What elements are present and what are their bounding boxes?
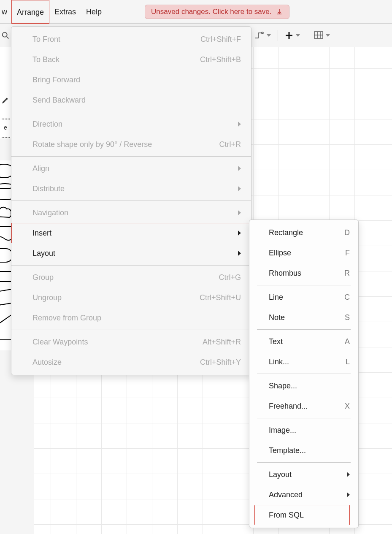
insert-submenu: RectangleD EllipseF RhombusR LineC NoteS… xyxy=(249,220,359,528)
submenu-item-shortcut: X xyxy=(345,402,350,411)
left-ruler-strip: ······ e ······ xyxy=(0,47,11,138)
menu-separator xyxy=(11,201,251,201)
submenu-item-label: Line xyxy=(269,293,283,302)
submenu-item-from-sql[interactable]: From SQL xyxy=(254,505,350,525)
menu-item-navigation[interactable]: Navigation xyxy=(11,203,251,223)
menu-item-insert[interactable]: Insert xyxy=(11,223,251,243)
submenu-item-advanced[interactable]: Advanced xyxy=(249,485,358,505)
submenu-item-freehand[interactable]: Freehand...X xyxy=(249,396,358,416)
menu-item-label: Distribute xyxy=(32,184,65,193)
submenu-item-line[interactable]: LineC xyxy=(249,287,358,307)
table-button[interactable] xyxy=(311,24,333,47)
submenu-item-label: Note xyxy=(269,313,285,322)
submenu-item-shortcut: A xyxy=(345,337,350,346)
pencil-icon[interactable] xyxy=(2,96,9,104)
menu-item-label: Rotate shape only by 90° / Reverse xyxy=(32,140,152,149)
submenu-item-label: From SQL xyxy=(269,511,304,520)
submenu-item-link[interactable]: Link...L xyxy=(249,352,358,372)
submenu-item-image[interactable]: Image... xyxy=(249,420,358,440)
submenu-item-shortcut: D xyxy=(344,228,350,237)
dotted-separator: ······ xyxy=(1,135,10,138)
menu-item-group[interactable]: GroupCtrl+G xyxy=(11,267,251,287)
menu-item-label: Align xyxy=(32,164,49,173)
menu-item-label: Bring Forward xyxy=(32,76,80,84)
chevron-down-icon xyxy=(326,34,330,37)
menu-item-label: To Back xyxy=(32,55,59,64)
svg-point-2 xyxy=(262,32,263,34)
toolbar-separator xyxy=(278,30,278,41)
submenu-item-label: Text xyxy=(269,337,283,346)
submenu-item-label: Template... xyxy=(269,446,306,455)
menu-item-align[interactable]: Align xyxy=(11,158,251,179)
submenu-item-label: Ellipse xyxy=(269,249,291,258)
menu-separator xyxy=(11,156,251,157)
submenu-item-shortcut: L xyxy=(346,358,350,366)
waypoint-style-button[interactable] xyxy=(251,24,273,47)
submenu-item-label: Rhombus xyxy=(269,269,301,278)
menu-item-shortcut: Ctrl+Shift+Y xyxy=(200,358,241,367)
menu-item-to-front[interactable]: To FrontCtrl+Shift+F xyxy=(11,29,251,49)
menu-item-label: Remove from Group xyxy=(32,314,101,323)
chevron-right-icon xyxy=(238,122,241,127)
submenu-item-label: Link... xyxy=(269,358,289,366)
submenu-item-label: Advanced xyxy=(269,491,303,499)
menu-item-label: Send Backward xyxy=(32,96,86,105)
menu-item-shortcut: Ctrl+Shift+U xyxy=(200,293,241,302)
menu-item-distribute[interactable]: Distribute xyxy=(11,179,251,199)
menu-item-label: Clear Waypoints xyxy=(32,338,88,347)
menu-item-shortcut: Ctrl+Shift+F xyxy=(200,35,241,44)
submenu-item-rhombus[interactable]: RhombusR xyxy=(249,263,358,283)
svg-line-1 xyxy=(7,37,9,39)
submenu-item-rectangle[interactable]: RectangleD xyxy=(249,222,358,243)
menu-item-label: Group xyxy=(32,273,54,282)
menu-item-label: Autosize xyxy=(32,358,62,367)
submenu-separator xyxy=(257,418,351,418)
submenu-item-label: Layout xyxy=(269,470,292,479)
submenu-item-shortcut: S xyxy=(345,313,350,322)
menu-item-layout[interactable]: Layout xyxy=(11,243,251,263)
chevron-right-icon xyxy=(347,492,350,497)
menu-item-send-backward[interactable]: Send Backward xyxy=(11,90,251,110)
menu-item-label: Navigation xyxy=(32,209,68,217)
menu-arrange[interactable]: Arrange xyxy=(11,0,49,24)
add-button[interactable] xyxy=(282,24,303,47)
menu-item-shortcut: Alt+Shift+R xyxy=(203,338,241,347)
submenu-item-label: Shape... xyxy=(269,382,297,390)
chevron-down-icon xyxy=(296,34,300,37)
chevron-right-icon xyxy=(238,210,241,215)
submenu-item-template[interactable]: Template... xyxy=(249,440,358,461)
section-label-partial: e xyxy=(4,126,7,129)
menu-extras[interactable]: Extras xyxy=(49,0,81,24)
menu-item-ungroup[interactable]: UngroupCtrl+Shift+U xyxy=(11,287,251,308)
submenu-item-ellipse[interactable]: EllipseF xyxy=(249,243,358,263)
menu-separator xyxy=(11,265,251,266)
menu-help[interactable]: Help xyxy=(81,0,107,24)
submenu-item-layout[interactable]: Layout xyxy=(249,464,358,485)
svg-point-0 xyxy=(3,33,7,37)
unsaved-changes-button[interactable]: Unsaved changes. Click here to save. xyxy=(145,5,289,19)
menu-item-rotate-90[interactable]: Rotate shape only by 90° / ReverseCtrl+R xyxy=(11,134,251,155)
menu-item-bring-forward[interactable]: Bring Forward xyxy=(11,70,251,90)
menu-partial-w[interactable]: w xyxy=(0,0,11,24)
unsaved-changes-label: Unsaved changes. Click here to save. xyxy=(151,8,271,16)
submenu-item-note[interactable]: NoteS xyxy=(249,307,358,328)
zoom-icon[interactable] xyxy=(1,31,10,40)
menu-item-label: Ungroup xyxy=(32,293,62,302)
submenu-separator xyxy=(257,285,351,285)
arrange-dropdown: To FrontCtrl+Shift+F To BackCtrl+Shift+B… xyxy=(11,26,251,375)
menu-item-label: Insert xyxy=(32,229,51,238)
menu-item-direction[interactable]: Direction xyxy=(11,114,251,134)
submenu-item-shape[interactable]: Shape... xyxy=(249,376,358,396)
menu-item-shortcut: Ctrl+Shift+B xyxy=(200,55,241,64)
submenu-item-label: Freehand... xyxy=(269,402,308,411)
menu-item-to-back[interactable]: To BackCtrl+Shift+B xyxy=(11,49,251,70)
download-icon xyxy=(276,8,283,16)
menu-item-clear-waypoints[interactable]: Clear WaypointsAlt+Shift+R xyxy=(11,332,251,352)
submenu-item-shortcut: R xyxy=(344,269,350,278)
submenu-item-text[interactable]: TextA xyxy=(249,331,358,352)
menu-item-remove-from-group[interactable]: Remove from Group xyxy=(11,308,251,328)
chevron-right-icon xyxy=(347,472,350,477)
menu-item-autosize[interactable]: AutosizeCtrl+Shift+Y xyxy=(11,352,251,372)
dotted-separator: ······ xyxy=(1,117,10,120)
submenu-item-shortcut: F xyxy=(345,249,350,258)
